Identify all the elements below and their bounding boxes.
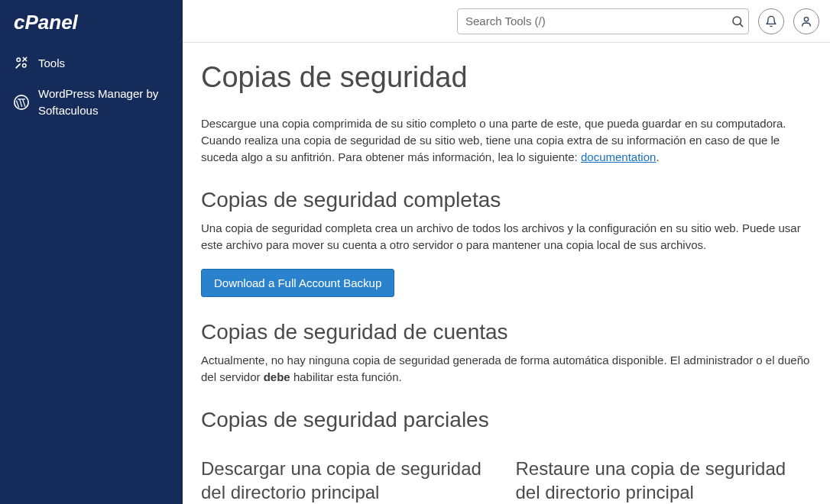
user-icon xyxy=(800,15,812,27)
full-backup-heading: Copias de seguridad completas xyxy=(201,188,812,212)
partial-columns: Descargar una copia de seguridad del dir… xyxy=(201,440,812,504)
svg-line-5 xyxy=(740,24,742,26)
sidebar: cPanel Tools WordPress Manager by Softac… xyxy=(0,0,183,504)
tools-icon xyxy=(14,55,29,70)
partial-download-heading: Descargar una copia de seguridad del dir… xyxy=(201,457,498,504)
svg-text:cPanel: cPanel xyxy=(14,11,79,34)
svg-point-6 xyxy=(804,17,808,21)
sidebar-item-label: WordPress Manager by Softaculous xyxy=(38,86,169,119)
bell-icon xyxy=(765,15,777,27)
account-backup-heading: Copias de seguridad de cuentas xyxy=(201,320,812,344)
wordpress-icon xyxy=(14,95,29,110)
partial-restore-col: Restaure una copia de seguridad del dire… xyxy=(516,440,812,504)
notifications-button[interactable] xyxy=(758,8,784,34)
intro-prefix: Descargue una copia comprimida de su sit… xyxy=(201,117,786,163)
search-icon[interactable] xyxy=(731,15,744,28)
sidebar-item-tools[interactable]: Tools xyxy=(0,47,183,78)
sidebar-item-wordpress-manager[interactable]: WordPress Manager by Softaculous xyxy=(0,78,183,127)
user-account-button[interactable] xyxy=(793,8,819,34)
account-desc-suffix: habilitar esta función. xyxy=(290,370,402,383)
cpanel-logo[interactable]: cPanel xyxy=(0,11,183,47)
intro-suffix: . xyxy=(656,150,659,163)
partial-restore-heading: Restaure una copia de seguridad del dire… xyxy=(516,457,812,504)
page-title: Copias de seguridad xyxy=(201,61,812,94)
partial-download-col: Descargar una copia de seguridad del dir… xyxy=(201,440,498,504)
content: Copias de seguridad Descargue una copia … xyxy=(183,43,830,504)
topbar xyxy=(183,0,830,43)
main: Copias de seguridad Descargue una copia … xyxy=(183,0,830,504)
partial-backup-heading: Copias de seguridad parciales xyxy=(201,408,812,432)
account-backup-desc: Actualmente, no hay ninguna copia de seg… xyxy=(201,352,812,386)
search-wrap xyxy=(457,8,749,34)
sidebar-item-label: Tools xyxy=(38,57,65,69)
svg-point-2 xyxy=(23,64,27,68)
cpanel-logo-icon: cPanel xyxy=(14,11,105,34)
intro-text: Descargue una copia comprimida de su sit… xyxy=(201,115,812,165)
account-desc-bold: debe xyxy=(264,370,290,383)
full-backup-desc: Una copia de seguridad completa crea un … xyxy=(201,220,812,254)
documentation-link[interactable]: documentation xyxy=(581,150,656,163)
svg-point-1 xyxy=(17,58,21,62)
search-input[interactable] xyxy=(457,8,749,34)
download-full-backup-button[interactable]: Download a Full Account Backup xyxy=(201,269,394,297)
